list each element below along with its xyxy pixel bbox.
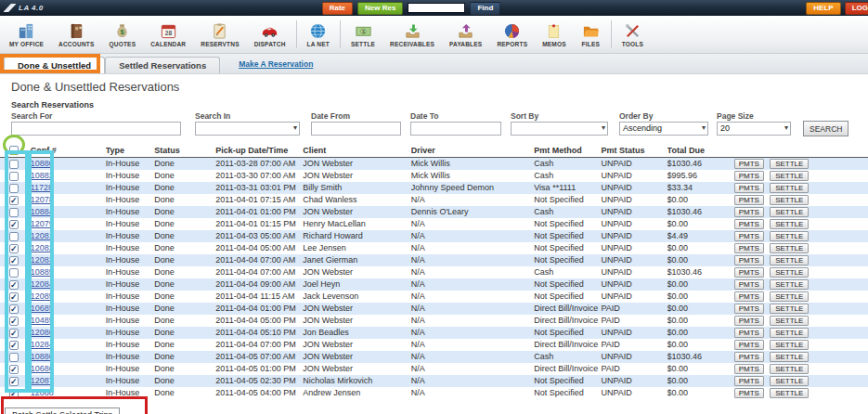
make-a-reservation-link[interactable]: Make A Reservation xyxy=(239,59,313,69)
find-input[interactable] xyxy=(408,3,465,13)
settle-button[interactable]: SETTLE xyxy=(770,159,809,169)
toolbar-item-reservations[interactable]: RESERVTNS xyxy=(193,21,246,48)
row-checkbox[interactable] xyxy=(9,160,19,169)
pmts-button[interactable]: PMTS xyxy=(734,207,764,217)
settle-button[interactable]: SETTLE xyxy=(770,243,809,253)
pmts-button[interactable]: PMTS xyxy=(734,267,764,278)
row-checkbox[interactable] xyxy=(9,280,19,290)
row-checkbox[interactable] xyxy=(9,377,19,386)
toolbar-item-reports[interactable]: REPORTS xyxy=(489,21,535,48)
row-checkbox[interactable] xyxy=(9,329,19,338)
conf-number-link[interactable]: 10485 xyxy=(31,316,54,325)
conf-number-link[interactable]: 10882 xyxy=(31,171,54,180)
settle-button[interactable]: SETTLE xyxy=(770,304,809,314)
toolbar-item-la-net[interactable]: LA NET xyxy=(300,21,337,48)
conf-number-link[interactable]: 10885 xyxy=(31,267,54,277)
page-size-select[interactable]: 20 xyxy=(717,122,791,136)
col-header-total-due[interactable]: Total Due xyxy=(667,143,734,157)
rate-button[interactable]: Rate xyxy=(322,2,353,15)
pmts-button[interactable]: PMTS xyxy=(734,364,764,374)
pmts-button[interactable]: PMTS xyxy=(734,231,764,241)
toolbar-item-my-office[interactable]: MY OFFICE xyxy=(2,21,51,48)
search-in-select[interactable] xyxy=(195,122,300,136)
toolbar-item-tools[interactable]: TOOLS xyxy=(615,21,651,48)
toolbar-item-payables[interactable]: PAYABLES xyxy=(442,21,489,48)
settle-button[interactable]: SETTLE xyxy=(770,219,809,229)
row-checkbox[interactable] xyxy=(9,172,19,181)
toolbar-item-files[interactable]: FILES xyxy=(574,21,608,48)
help-button[interactable]: HELP xyxy=(806,2,840,15)
col-header-pmt-method[interactable]: Pmt Method xyxy=(534,143,601,157)
row-checkbox[interactable] xyxy=(9,208,19,217)
date-to-input[interactable] xyxy=(410,122,501,136)
row-checkbox[interactable] xyxy=(9,244,19,253)
search-button[interactable]: SEARCH xyxy=(803,121,849,136)
settle-button[interactable]: SETTLE xyxy=(770,183,809,193)
conf-number-link[interactable]: 10886 xyxy=(31,352,54,361)
tab-done-unsettled[interactable]: Done & Unsettled xyxy=(4,57,105,73)
sort-by-select[interactable] xyxy=(511,122,608,136)
row-checkbox[interactable] xyxy=(9,196,19,205)
pmts-button[interactable]: PMTS xyxy=(734,183,764,193)
settle-button[interactable]: SETTLE xyxy=(770,231,809,241)
pmts-button[interactable]: PMTS xyxy=(734,279,764,290)
pmts-button[interactable]: PMTS xyxy=(734,340,764,350)
col-header-pmt-status[interactable]: Pmt Status xyxy=(601,143,667,157)
conf-number-link[interactable]: 10686 xyxy=(31,364,54,373)
date-from-input[interactable] xyxy=(311,122,401,136)
row-checkbox[interactable] xyxy=(9,292,19,302)
settle-button[interactable]: SETTLE xyxy=(770,291,809,302)
settle-button[interactable]: SETTLE xyxy=(770,171,809,181)
settle-button[interactable]: SETTLE xyxy=(770,279,809,290)
conf-number-link[interactable]: 12085 xyxy=(31,291,54,301)
batch-settle-button[interactable]: Batch Settle Selected Trips xyxy=(5,408,120,414)
conf-number-link[interactable]: 11728 xyxy=(31,183,53,192)
settle-button[interactable]: SETTLE xyxy=(770,207,809,217)
pmts-button[interactable]: PMTS xyxy=(734,328,764,338)
pmts-button[interactable]: PMTS xyxy=(734,291,764,302)
settle-button[interactable]: SETTLE xyxy=(770,388,809,398)
select-all-checkbox[interactable] xyxy=(9,146,19,155)
row-checkbox[interactable] xyxy=(9,220,19,229)
row-checkbox[interactable] xyxy=(9,268,19,278)
row-checkbox[interactable] xyxy=(9,232,19,241)
settle-button[interactable]: SETTLE xyxy=(770,352,809,362)
pmts-button[interactable]: PMTS xyxy=(734,304,764,314)
pmts-button[interactable]: PMTS xyxy=(734,376,764,386)
search-for-input[interactable] xyxy=(11,122,181,136)
settle-button[interactable]: SETTLE xyxy=(770,364,809,374)
row-checkbox[interactable] xyxy=(9,317,19,326)
conf-number-link[interactable]: 10880 xyxy=(31,159,54,168)
settle-button[interactable]: SETTLE xyxy=(770,328,809,338)
row-checkbox[interactable] xyxy=(9,365,19,374)
row-checkbox[interactable] xyxy=(9,389,19,398)
conf-number-link[interactable]: 12079 xyxy=(31,219,54,228)
pmts-button[interactable]: PMTS xyxy=(734,352,764,362)
pmts-button[interactable]: PMTS xyxy=(734,219,764,229)
toolbar-item-quotes[interactable]: $ QUOTES xyxy=(102,21,144,48)
pmts-button[interactable]: PMTS xyxy=(734,195,764,205)
pmts-button[interactable]: PMTS xyxy=(734,388,764,398)
tab-settled-reservations[interactable]: Settled Reservations xyxy=(105,57,220,73)
order-by-select[interactable]: Ascending xyxy=(619,122,708,136)
conf-number-link[interactable]: 10884 xyxy=(31,207,54,216)
new-res-button[interactable]: New Res xyxy=(357,2,403,15)
row-checkbox[interactable] xyxy=(9,341,19,350)
pmts-button[interactable]: PMTS xyxy=(734,316,764,326)
conf-number-link[interactable]: 12088 xyxy=(31,388,54,397)
toolbar-item-memos[interactable]: MEMOS xyxy=(535,21,574,48)
row-checkbox[interactable] xyxy=(9,353,19,362)
conf-number-link[interactable]: 12083 xyxy=(31,255,54,265)
settle-button[interactable]: SETTLE xyxy=(770,340,809,350)
toolbar-item-receivables[interactable]: RECEIVABLES xyxy=(382,21,442,48)
settle-button[interactable]: SETTLE xyxy=(770,195,809,205)
pmts-button[interactable]: PMTS xyxy=(734,159,764,169)
settle-button[interactable]: SETTLE xyxy=(770,255,809,265)
conf-number-link[interactable]: 12084 xyxy=(31,279,54,289)
col-header-client[interactable]: Client xyxy=(303,143,411,157)
toolbar-item-calendar[interactable]: 28 CALENDAR xyxy=(143,21,193,48)
col-header-driver[interactable]: Driver xyxy=(411,143,534,157)
conf-number-link[interactable]: 12078 xyxy=(31,195,54,204)
settle-button[interactable]: SETTLE xyxy=(770,267,809,278)
row-checkbox[interactable] xyxy=(9,304,19,314)
